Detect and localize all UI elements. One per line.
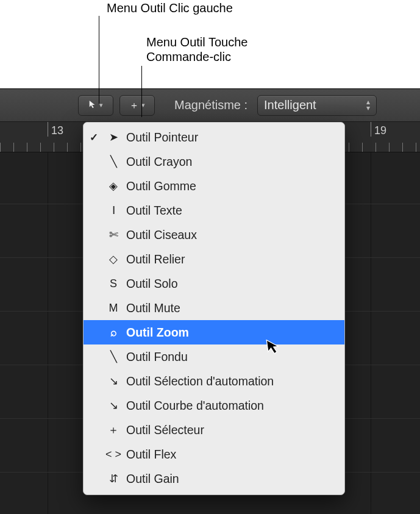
menu-item-glue[interactable]: ◇Outil Relier: [84, 247, 344, 271]
menu-item-label: Outil Crayon: [126, 155, 192, 169]
ruler-tick-major: [371, 122, 371, 137]
magnetism-value: Intelligent: [264, 98, 316, 112]
ruler-label: 13: [51, 124, 63, 137]
menu-item-label: Outil Zoom: [126, 326, 189, 340]
toolbar: ▾ ＋ ▾ Magnétisme : Intelligent ▴▾: [0, 89, 420, 122]
plus-icon: ＋: [129, 101, 139, 110]
ruler-label: 19: [374, 124, 386, 137]
flex-icon: < >: [103, 448, 124, 461]
pointer-icon: [88, 100, 97, 110]
tool-menu[interactable]: ✓➤Outil Pointeur╲Outil Crayon◈Outil Gomm…: [83, 122, 345, 495]
track-grid-vline: [371, 152, 371, 514]
menu-item-gain[interactable]: ⇵Outil Gain: [84, 466, 344, 491]
menu-item-marquee[interactable]: ＋Outil Sélecteur: [84, 418, 344, 442]
zoom-icon: ⌕: [103, 326, 124, 339]
automation-curve-icon: ↘: [103, 399, 124, 412]
cmd-click-tool-menu-button[interactable]: ＋ ▾: [119, 95, 155, 116]
menu-item-label: Outil Sélection d'automation: [126, 374, 274, 388]
menu-item-zoom[interactable]: ⌕Outil Zoom: [84, 320, 344, 344]
mouse-cursor-icon: [266, 338, 282, 360]
mute-icon: M: [103, 302, 124, 315]
menu-item-automation-curve[interactable]: ↘Outil Courbe d'automation: [84, 393, 344, 418]
select-stepper-icon: ▴▾: [366, 99, 370, 111]
menu-item-fade[interactable]: ╲Outil Fondu: [84, 344, 344, 369]
eraser-icon: ◈: [103, 179, 124, 193]
marquee-icon: ＋: [103, 423, 124, 437]
track-grid-vline: [48, 152, 48, 514]
menu-item-pointer[interactable]: ✓➤Outil Pointeur: [84, 125, 344, 149]
glue-icon: ◇: [103, 252, 124, 266]
pencil-icon: ╲: [103, 155, 124, 168]
annotation-left-click-menu: Menu Outil Clic gauche: [107, 1, 233, 15]
annotation-cmd-click-menu-line1: Menu Outil Touche: [146, 35, 247, 49]
menu-item-label: Outil Gomme: [126, 179, 196, 193]
menu-item-label: Outil Sélecteur: [126, 423, 204, 437]
solo-icon: S: [103, 277, 124, 290]
menu-item-label: Outil Fondu: [126, 350, 188, 364]
menu-item-pencil[interactable]: ╲Outil Crayon: [84, 149, 344, 174]
menu-item-mute[interactable]: MOutil Mute: [84, 296, 344, 320]
scissors-icon: ✄: [103, 228, 124, 241]
menu-item-label: Outil Flex: [126, 448, 176, 462]
menu-item-label: Outil Mute: [126, 301, 180, 315]
ruler-tick-major: [48, 122, 48, 137]
automation-select-icon: ↘: [103, 374, 124, 388]
chevron-down-icon: ▾: [141, 101, 145, 109]
menu-item-eraser[interactable]: ◈Outil Gomme: [84, 174, 344, 198]
menu-item-scissors[interactable]: ✄Outil Ciseaux: [84, 223, 344, 247]
menu-item-label: Outil Relier: [126, 252, 185, 266]
text-cursor-icon: Ⅰ: [103, 204, 124, 217]
menu-item-label: Outil Texte: [126, 204, 182, 218]
checkmark-icon: ✓: [90, 131, 98, 144]
menu-item-flex[interactable]: < >Outil Flex: [84, 442, 344, 466]
menu-item-label: Outil Gain: [126, 472, 179, 486]
menu-item-text-cursor[interactable]: ⅠOutil Texte: [84, 198, 344, 223]
menu-item-label: Outil Ciseaux: [126, 228, 197, 242]
gain-icon: ⇵: [103, 472, 124, 485]
menu-item-automation-select[interactable]: ↘Outil Sélection d'automation: [84, 369, 344, 393]
menu-item-solo[interactable]: SOutil Solo: [84, 271, 344, 296]
magnetism-select[interactable]: Intelligent ▴▾: [257, 95, 377, 116]
menu-item-label: Outil Solo: [126, 277, 178, 291]
pointer-icon: ➤: [103, 130, 124, 144]
annotation-cmd-click-menu-line2: Commande-clic: [146, 50, 231, 64]
menu-item-label: Outil Pointeur: [126, 130, 198, 145]
left-click-tool-menu-button[interactable]: ▾: [78, 95, 113, 116]
fade-icon: ╲: [103, 350, 124, 363]
menu-item-label: Outil Courbe d'automation: [126, 399, 264, 413]
chevron-down-icon: ▾: [99, 101, 103, 109]
magnetism-label: Magnétisme :: [174, 98, 247, 112]
